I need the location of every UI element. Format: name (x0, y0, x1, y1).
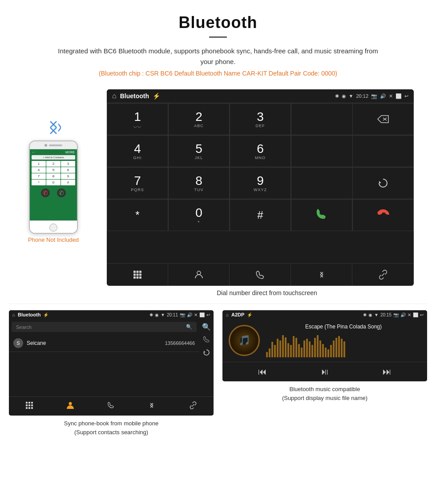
key-6[interactable]: 6MNO (230, 135, 291, 167)
redial-key[interactable] (352, 167, 414, 199)
back-icon[interactable]: ↩ (404, 93, 408, 99)
music-bar-item (277, 339, 279, 357)
svg-rect-10 (133, 274, 136, 276)
pb-person-icon[interactable] (66, 401, 74, 411)
call-red-key[interactable] (352, 199, 414, 231)
pb-phone-bottom-icon[interactable] (107, 401, 115, 411)
svg-rect-23 (28, 402, 30, 404)
pb-link-bottom-icon[interactable] (189, 401, 197, 411)
music-bar-item (269, 348, 270, 357)
close-icon[interactable]: ✕ (389, 93, 393, 99)
pb-close-icon[interactable]: ✕ (194, 312, 198, 317)
pb-empty-area (9, 352, 199, 396)
music-bar-item (322, 344, 324, 357)
music-body: 🎵 Escape (The Pina Colada Song) (222, 319, 427, 362)
pb-caption: Sync phone-book from mobile phone (Suppo… (9, 419, 214, 436)
music-bar-item (319, 340, 321, 357)
window-icon[interactable]: ⬜ (396, 93, 402, 99)
pb-dialpad-icon[interactable] (25, 401, 33, 411)
pb-search-placeholder: Search (16, 324, 32, 330)
call-green-key[interactable] (291, 199, 352, 231)
pb-main: Search 🔍 S Seicane 13566664466 (9, 319, 199, 396)
phone-icon[interactable] (230, 264, 291, 286)
phone-call: ✆ (57, 188, 66, 197)
pb-camera-icon[interactable]: 📷 (180, 312, 185, 317)
backspace-key[interactable] (352, 103, 414, 135)
pb-signal-icon: ▼ (161, 312, 165, 317)
music-caption: Bluetooth music compatible (Support disp… (222, 385, 427, 402)
svg-marker-6 (379, 181, 381, 183)
dialpad-icon[interactable] (107, 264, 168, 286)
volume-icon[interactable]: 🔊 (380, 93, 386, 99)
pb-contact-number: 13566664466 (165, 340, 195, 346)
music-time: 20:15 (380, 312, 392, 317)
prev-track-button[interactable]: ⏮ (258, 367, 267, 377)
pb-bt-icon: ✱ (149, 312, 153, 317)
music-bar-item (293, 336, 295, 357)
contacts-icon[interactable] (168, 264, 230, 286)
pb-home-icon[interactable]: ⌂ (12, 312, 15, 317)
pb-volume-icon[interactable]: 🔊 (187, 312, 192, 317)
key-7[interactable]: 7PQRS (107, 167, 168, 199)
album-art: 🎵 (229, 325, 260, 356)
key-4[interactable]: 4GHI (107, 135, 168, 167)
music-bar-item (290, 345, 292, 357)
pb-window-icon[interactable]: ⬜ (199, 312, 205, 317)
page-header: Bluetooth Integrated with BC6 Bluetooth … (0, 0, 436, 85)
music-location-icon: ◉ (368, 312, 372, 317)
link-icon[interactable] (352, 264, 414, 286)
music-bar-item (335, 338, 337, 357)
svg-rect-27 (31, 404, 33, 406)
key-3[interactable]: 3DEF (230, 103, 291, 135)
music-screen-title: A2DP (231, 312, 244, 317)
key-0[interactable]: 0+ (168, 199, 230, 231)
next-track-button[interactable]: ⏭ (383, 367, 392, 377)
music-bar-item (341, 339, 343, 357)
pb-search-side-icon[interactable]: 🔍 (202, 323, 211, 331)
key-5[interactable]: 5JKL (168, 135, 230, 167)
home-icon[interactable]: ⌂ (112, 92, 117, 100)
pb-back-icon[interactable]: ↩ (206, 312, 210, 317)
pb-usb-icon: ⚡ (43, 312, 48, 317)
key-9[interactable]: 9WXYZ (230, 167, 291, 199)
key-hash[interactable]: # (230, 199, 291, 231)
music-bar-item (282, 335, 284, 357)
music-bar-item (279, 340, 281, 357)
pb-search-bar[interactable]: Search 🔍 (12, 322, 197, 332)
music-camera-icon[interactable]: 📷 (393, 312, 399, 317)
music-home-icon[interactable]: ⌂ (226, 312, 229, 317)
music-bt-icon: ✱ (363, 312, 367, 317)
svg-point-16 (197, 271, 201, 275)
music-bar-item (309, 341, 311, 357)
dial-screen-wrap: ⌂ Bluetooth ⚡ ✱ ◉ ▼ 20:12 📷 🔊 ✕ ⬜ ↩ (107, 89, 427, 304)
dial-screen: ⌂ Bluetooth ⚡ ✱ ◉ ▼ 20:12 📷 🔊 ✕ ⬜ ↩ (107, 89, 414, 286)
music-window-icon[interactable]: ⬜ (413, 312, 418, 317)
music-close-icon[interactable]: ✕ (408, 312, 411, 317)
pb-bt-bottom-icon[interactable] (148, 401, 156, 411)
pb-contact-row[interactable]: S Seicane 13566664466 (9, 335, 199, 352)
page-description: Integrated with BC6 Bluetooth module, su… (58, 46, 378, 67)
pb-refresh-side-icon[interactable] (202, 349, 211, 358)
key-1[interactable]: 1◡◡ (107, 103, 168, 135)
pb-contact-initial: S (13, 338, 23, 348)
music-visualizer: Escape (The Pina Colada Song) (266, 324, 421, 357)
music-bar-item (303, 340, 305, 357)
music-volume-icon[interactable]: 🔊 (400, 312, 406, 317)
key-star[interactable]: * (107, 199, 168, 231)
svg-rect-8 (136, 271, 138, 273)
music-bar-item (327, 349, 329, 357)
play-pause-button[interactable]: ⏯ (320, 367, 329, 377)
key-8[interactable]: 8TUV (168, 167, 230, 199)
music-back-icon[interactable]: ↩ (420, 312, 424, 317)
music-screen: ⌂ A2DP ⚡ ✱ ◉ ▼ 20:15 📷 🔊 ✕ ⬜ ↩ (222, 310, 427, 381)
phone-end-call: ✆ (41, 188, 50, 197)
svg-rect-24 (31, 402, 33, 404)
phone-camera (44, 144, 47, 147)
pb-call-side-icon[interactable] (202, 336, 211, 344)
music-bar-item (295, 338, 297, 357)
usb-icon: ⚡ (153, 92, 160, 100)
camera-icon[interactable]: 📷 (371, 93, 377, 99)
key-2[interactable]: 2ABC (168, 103, 230, 135)
bluetooth-icon[interactable] (291, 264, 352, 286)
svg-rect-11 (136, 274, 138, 276)
